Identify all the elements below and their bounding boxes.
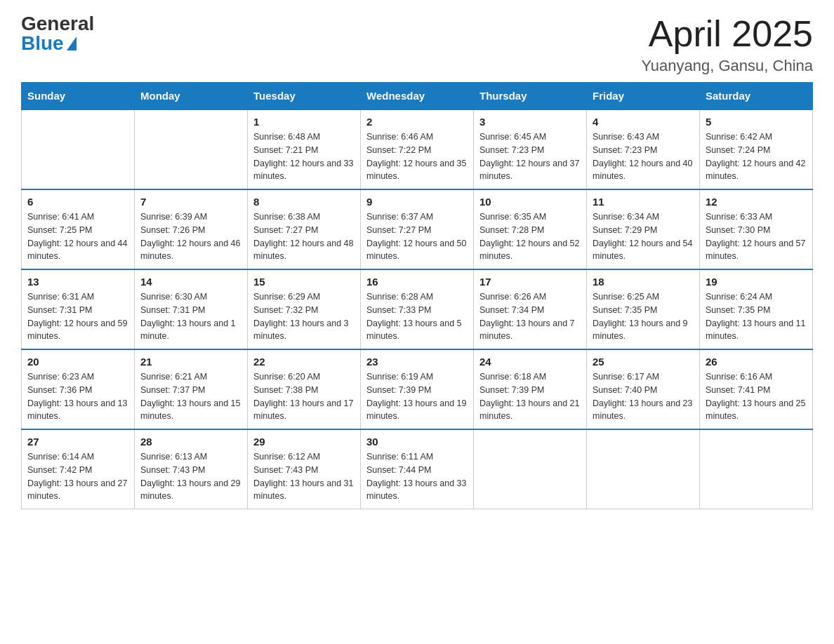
calendar-week-row: 27Sunrise: 6:14 AMSunset: 7:42 PMDayligh… (22, 429, 813, 509)
day-info: Sunrise: 6:31 AMSunset: 7:31 PMDaylight:… (27, 290, 128, 343)
day-number: 28 (140, 436, 241, 448)
calendar-cell: 8Sunrise: 6:38 AMSunset: 7:27 PMDaylight… (248, 189, 361, 269)
day-number: 1 (253, 116, 355, 128)
calendar-cell: 3Sunrise: 6:45 AMSunset: 7:23 PMDaylight… (474, 109, 587, 189)
calendar-week-row: 13Sunrise: 6:31 AMSunset: 7:31 PMDayligh… (22, 269, 813, 349)
month-year-title: April 2025 (641, 14, 813, 54)
calendar-cell (135, 109, 248, 189)
calendar-cell: 6Sunrise: 6:41 AMSunset: 7:25 PMDaylight… (22, 189, 135, 269)
calendar-cell: 21Sunrise: 6:21 AMSunset: 7:37 PMDayligh… (135, 349, 248, 429)
title-block: April 2025 Yuanyang, Gansu, China (641, 14, 813, 75)
day-info: Sunrise: 6:38 AMSunset: 7:27 PMDaylight:… (253, 210, 355, 263)
day-info: Sunrise: 6:24 AMSunset: 7:35 PMDaylight:… (706, 290, 807, 343)
day-info: Sunrise: 6:33 AMSunset: 7:30 PMDaylight:… (706, 210, 807, 263)
calendar-cell: 10Sunrise: 6:35 AMSunset: 7:28 PMDayligh… (474, 189, 587, 269)
calendar-header-tuesday: Tuesday (248, 83, 361, 110)
calendar-cell: 30Sunrise: 6:11 AMSunset: 7:44 PMDayligh… (361, 429, 474, 509)
calendar-header-saturday: Saturday (700, 83, 813, 110)
day-info: Sunrise: 6:41 AMSunset: 7:25 PMDaylight:… (27, 210, 128, 263)
logo-general-text: General (21, 14, 94, 34)
calendar-cell: 28Sunrise: 6:13 AMSunset: 7:43 PMDayligh… (135, 429, 248, 509)
day-info: Sunrise: 6:28 AMSunset: 7:33 PMDaylight:… (366, 290, 468, 343)
day-info: Sunrise: 6:34 AMSunset: 7:29 PMDaylight:… (593, 210, 694, 263)
day-info: Sunrise: 6:19 AMSunset: 7:39 PMDaylight:… (366, 370, 468, 423)
calendar-cell: 29Sunrise: 6:12 AMSunset: 7:43 PMDayligh… (248, 429, 361, 509)
day-info: Sunrise: 6:29 AMSunset: 7:32 PMDaylight:… (253, 290, 355, 343)
day-number: 5 (706, 116, 807, 128)
calendar-cell: 14Sunrise: 6:30 AMSunset: 7:31 PMDayligh… (135, 269, 248, 349)
day-number: 29 (253, 436, 355, 448)
day-number: 24 (479, 356, 581, 368)
day-info: Sunrise: 6:18 AMSunset: 7:39 PMDaylight:… (479, 370, 581, 423)
day-number: 19 (706, 276, 807, 288)
day-info: Sunrise: 6:13 AMSunset: 7:43 PMDaylight:… (140, 450, 241, 503)
day-number: 16 (366, 276, 468, 288)
day-info: Sunrise: 6:35 AMSunset: 7:28 PMDaylight:… (479, 210, 581, 263)
calendar-cell: 9Sunrise: 6:37 AMSunset: 7:27 PMDaylight… (361, 189, 474, 269)
calendar-cell: 24Sunrise: 6:18 AMSunset: 7:39 PMDayligh… (474, 349, 587, 429)
day-info: Sunrise: 6:12 AMSunset: 7:43 PMDaylight:… (253, 450, 355, 503)
calendar-header-friday: Friday (587, 83, 700, 110)
calendar-cell: 20Sunrise: 6:23 AMSunset: 7:36 PMDayligh… (22, 349, 135, 429)
calendar-cell: 15Sunrise: 6:29 AMSunset: 7:32 PMDayligh… (248, 269, 361, 349)
day-info: Sunrise: 6:14 AMSunset: 7:42 PMDaylight:… (27, 450, 128, 503)
calendar-week-row: 20Sunrise: 6:23 AMSunset: 7:36 PMDayligh… (22, 349, 813, 429)
calendar-cell: 16Sunrise: 6:28 AMSunset: 7:33 PMDayligh… (361, 269, 474, 349)
calendar-cell: 26Sunrise: 6:16 AMSunset: 7:41 PMDayligh… (700, 349, 813, 429)
calendar-cell (22, 109, 135, 189)
calendar-week-row: 1Sunrise: 6:48 AMSunset: 7:21 PMDaylight… (22, 109, 813, 189)
day-number: 4 (593, 116, 694, 128)
calendar-cell: 27Sunrise: 6:14 AMSunset: 7:42 PMDayligh… (22, 429, 135, 509)
calendar-cell: 1Sunrise: 6:48 AMSunset: 7:21 PMDaylight… (248, 109, 361, 189)
calendar-cell (700, 429, 813, 509)
day-number: 22 (253, 356, 355, 368)
day-number: 26 (706, 356, 807, 368)
calendar-cell: 5Sunrise: 6:42 AMSunset: 7:24 PMDaylight… (700, 109, 813, 189)
day-info: Sunrise: 6:25 AMSunset: 7:35 PMDaylight:… (593, 290, 694, 343)
page-header: General Blue April 2025 Yuanyang, Gansu,… (21, 14, 813, 75)
day-number: 11 (593, 196, 694, 208)
day-number: 15 (253, 276, 355, 288)
day-number: 10 (479, 196, 581, 208)
day-info: Sunrise: 6:48 AMSunset: 7:21 PMDaylight:… (253, 130, 355, 183)
day-number: 17 (479, 276, 581, 288)
day-info: Sunrise: 6:26 AMSunset: 7:34 PMDaylight:… (479, 290, 581, 343)
calendar-cell: 7Sunrise: 6:39 AMSunset: 7:26 PMDaylight… (135, 189, 248, 269)
calendar-cell: 2Sunrise: 6:46 AMSunset: 7:22 PMDaylight… (361, 109, 474, 189)
calendar-cell: 12Sunrise: 6:33 AMSunset: 7:30 PMDayligh… (700, 189, 813, 269)
day-number: 14 (140, 276, 241, 288)
day-number: 21 (140, 356, 241, 368)
day-info: Sunrise: 6:45 AMSunset: 7:23 PMDaylight:… (479, 130, 581, 183)
day-number: 13 (27, 276, 128, 288)
day-info: Sunrise: 6:20 AMSunset: 7:38 PMDaylight:… (253, 370, 355, 423)
day-info: Sunrise: 6:37 AMSunset: 7:27 PMDaylight:… (366, 210, 468, 263)
calendar-cell: 4Sunrise: 6:43 AMSunset: 7:23 PMDaylight… (587, 109, 700, 189)
day-info: Sunrise: 6:46 AMSunset: 7:22 PMDaylight:… (366, 130, 468, 183)
day-number: 6 (27, 196, 128, 208)
calendar-header-row: SundayMondayTuesdayWednesdayThursdayFrid… (22, 83, 813, 110)
calendar-table: SundayMondayTuesdayWednesdayThursdayFrid… (21, 82, 813, 509)
logo-blue-text: Blue (21, 34, 77, 53)
day-number: 7 (140, 196, 241, 208)
day-number: 23 (366, 356, 468, 368)
calendar-cell: 19Sunrise: 6:24 AMSunset: 7:35 PMDayligh… (700, 269, 813, 349)
calendar-header-wednesday: Wednesday (361, 83, 474, 110)
day-info: Sunrise: 6:16 AMSunset: 7:41 PMDaylight:… (706, 370, 807, 423)
day-info: Sunrise: 6:21 AMSunset: 7:37 PMDaylight:… (140, 370, 241, 423)
calendar-header-thursday: Thursday (474, 83, 587, 110)
calendar-cell: 13Sunrise: 6:31 AMSunset: 7:31 PMDayligh… (22, 269, 135, 349)
calendar-cell: 18Sunrise: 6:25 AMSunset: 7:35 PMDayligh… (587, 269, 700, 349)
day-number: 20 (27, 356, 128, 368)
day-info: Sunrise: 6:42 AMSunset: 7:24 PMDaylight:… (706, 130, 807, 183)
day-number: 3 (479, 116, 581, 128)
calendar-cell (474, 429, 587, 509)
day-info: Sunrise: 6:39 AMSunset: 7:26 PMDaylight:… (140, 210, 241, 263)
calendar-week-row: 6Sunrise: 6:41 AMSunset: 7:25 PMDaylight… (22, 189, 813, 269)
calendar-header-sunday: Sunday (22, 83, 135, 110)
logo-triangle-icon (67, 36, 77, 51)
logo: General Blue (21, 14, 94, 53)
calendar-cell: 11Sunrise: 6:34 AMSunset: 7:29 PMDayligh… (587, 189, 700, 269)
calendar-cell: 23Sunrise: 6:19 AMSunset: 7:39 PMDayligh… (361, 349, 474, 429)
day-info: Sunrise: 6:23 AMSunset: 7:36 PMDaylight:… (27, 370, 128, 423)
location-subtitle: Yuanyang, Gansu, China (641, 57, 813, 75)
